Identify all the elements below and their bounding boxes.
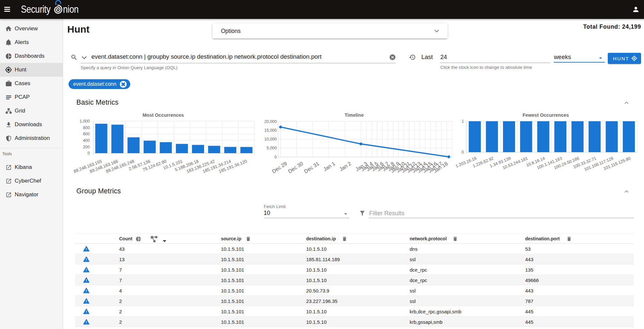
svg-text:600: 600 xyxy=(83,132,90,136)
svg-text:Most Occurrences: Most Occurrences xyxy=(143,112,184,118)
svg-text:Timeline: Timeline xyxy=(345,112,364,118)
svg-text:20,000: 20,000 xyxy=(264,119,277,124)
svg-text:Fewest Occurrences: Fewest Occurrences xyxy=(523,112,569,118)
svg-text:0: 0 xyxy=(87,151,90,156)
svg-text:Dec 30: Dec 30 xyxy=(287,161,304,174)
svg-text:1,000: 1,000 xyxy=(80,119,90,124)
svg-text:1: 1 xyxy=(462,119,464,124)
svg-text:0: 0 xyxy=(275,155,277,159)
svg-text:Jan 2: Jan 2 xyxy=(338,161,352,172)
svg-text:800: 800 xyxy=(83,126,90,130)
svg-text:0: 0 xyxy=(462,150,464,155)
svg-text:Dec 29: Dec 29 xyxy=(271,161,288,174)
svg-text:10,000: 10,000 xyxy=(264,137,277,142)
svg-text:400: 400 xyxy=(83,138,90,143)
svg-text:5,000: 5,000 xyxy=(267,146,277,150)
svg-text:200: 200 xyxy=(83,145,90,149)
svg-text:15,000: 15,000 xyxy=(264,128,277,133)
svg-text:Jan 1: Jan 1 xyxy=(322,161,336,172)
svg-text:Dec 31: Dec 31 xyxy=(303,161,320,174)
